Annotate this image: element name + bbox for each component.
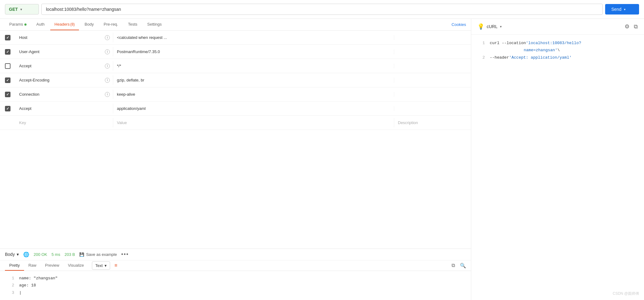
curl-label: cURL bbox=[487, 24, 497, 29]
header-desc-0 bbox=[394, 35, 471, 40]
body-chevron-icon: ▾ bbox=[17, 252, 19, 257]
main-content: Params Auth Headers(8) Body Pre-req. Tes… bbox=[0, 19, 644, 300]
save-icon: 💾 bbox=[79, 252, 84, 257]
globe-icon: 🌐 bbox=[23, 252, 29, 257]
header-value-3: gzip, deflate, br bbox=[113, 75, 394, 85]
header-checkbox-1[interactable] bbox=[5, 49, 10, 55]
tab-settings[interactable]: Settings bbox=[143, 19, 166, 30]
tab-headers[interactable]: Headers(8) bbox=[50, 19, 79, 30]
response-size: 203 B bbox=[64, 252, 75, 257]
cookies-link[interactable]: Cookies bbox=[452, 22, 466, 27]
response-body: 1name: "zhangsan"2age: 183 bbox=[0, 271, 471, 300]
response-line-1: 1name: "zhangsan" bbox=[5, 275, 466, 282]
response-time: 5 ms bbox=[52, 252, 60, 257]
tab-prereq[interactable]: Pre-req. bbox=[99, 19, 122, 30]
header-key-1: User-Agent bbox=[15, 47, 102, 56]
new-desc-input[interactable]: Description bbox=[394, 118, 471, 127]
table-row: Connectionikeep-alive bbox=[0, 87, 471, 102]
header-checkbox-4[interactable] bbox=[5, 92, 10, 97]
headers-table: Hosti<calculated when request ...User-Ag… bbox=[0, 31, 471, 248]
header-checkbox-0[interactable] bbox=[5, 35, 10, 40]
format-label: Text bbox=[95, 263, 103, 268]
curl-actions: ⚙ ⧉ bbox=[625, 23, 638, 30]
header-desc-1 bbox=[394, 49, 471, 54]
format-dropdown[interactable]: Text ▾ bbox=[92, 261, 110, 270]
send-chevron-icon: ▾ bbox=[624, 8, 625, 11]
header-value-4: keep-alive bbox=[113, 90, 394, 99]
response-line-3: 3 bbox=[5, 289, 466, 296]
curl-line-1b: name=zhangsan' \ bbox=[477, 47, 638, 54]
tab-params[interactable]: Params bbox=[5, 19, 31, 30]
resp-tab-preview[interactable]: Preview bbox=[41, 260, 64, 271]
info-icon-0[interactable]: i bbox=[105, 35, 110, 40]
table-row: Accept-Encodingigzip, deflate, br bbox=[0, 73, 471, 87]
format-chevron-icon: ▾ bbox=[105, 263, 107, 268]
search-response-icon[interactable]: 🔍 bbox=[460, 263, 466, 269]
right-panel: 💡 cURL ▾ ⚙ ⧉ 1 curl --location 'localhos… bbox=[471, 19, 644, 300]
view-tabs: Pretty Raw Preview Visualize bbox=[5, 260, 88, 271]
table-row: Acceptapplication/yaml bbox=[0, 102, 471, 116]
tab-tests[interactable]: Tests bbox=[124, 19, 142, 30]
save-example-button[interactable]: 💾 Save as example bbox=[79, 252, 117, 257]
curl-header: 💡 cURL ▾ ⚙ ⧉ bbox=[471, 19, 644, 35]
lightbulb-icon: 💡 bbox=[477, 23, 484, 30]
resp-tab-raw[interactable]: Raw bbox=[24, 260, 41, 271]
table-row: Hosti<calculated when request ... bbox=[0, 31, 471, 45]
method-label: GET bbox=[9, 7, 18, 12]
header-key-0: Host bbox=[15, 33, 102, 42]
curl-body: 1 curl --location 'localhost:10083/hello… bbox=[471, 35, 644, 66]
header-key-2: Accept bbox=[15, 61, 102, 71]
header-desc-2 bbox=[394, 64, 471, 69]
header-value-1: PostmanRuntime/7.35.0 bbox=[113, 47, 394, 56]
more-options-button[interactable]: ••• bbox=[121, 251, 129, 258]
tab-auth[interactable]: Auth bbox=[32, 19, 49, 30]
header-value-0: <calculated when request ... bbox=[113, 33, 394, 42]
resp-actions: ⧉ 🔍 bbox=[449, 263, 466, 269]
new-key-input[interactable]: Key bbox=[15, 118, 102, 127]
status-badge: 200 OK bbox=[34, 252, 47, 257]
info-icon-2[interactable]: i bbox=[105, 64, 110, 69]
left-panel: Params Auth Headers(8) Body Pre-req. Tes… bbox=[0, 19, 471, 300]
resp-tab-pretty[interactable]: Pretty bbox=[5, 260, 24, 271]
header-checkbox-3[interactable] bbox=[5, 77, 10, 83]
wrap-icon[interactable]: ≡ bbox=[114, 263, 117, 268]
response-section: Body ▾ 🌐 200 OK 5 ms 203 B 💾 Save as exa… bbox=[0, 248, 471, 300]
header-desc-4 bbox=[394, 92, 471, 97]
table-row: User-AgentiPostmanRuntime/7.35.0 bbox=[0, 45, 471, 59]
header-desc-3 bbox=[394, 78, 471, 83]
response-toolbar: Body ▾ 🌐 200 OK 5 ms 203 B 💾 Save as exa… bbox=[0, 249, 471, 260]
request-tabs: Params Auth Headers(8) Body Pre-req. Tes… bbox=[0, 19, 471, 31]
curl-chevron-icon: ▾ bbox=[500, 25, 502, 29]
copy-response-icon[interactable]: ⧉ bbox=[452, 263, 455, 268]
header-value-5: application/yaml bbox=[113, 104, 394, 113]
response-format-tabs: Pretty Raw Preview Visualize Text ▾ bbox=[0, 260, 471, 271]
header-key-4: Connection bbox=[15, 90, 102, 99]
copy-curl-icon[interactable]: ⧉ bbox=[634, 23, 638, 30]
body-dropdown[interactable]: Body ▾ bbox=[5, 252, 19, 257]
new-value-input[interactable]: Value bbox=[113, 118, 394, 127]
send-label: Send bbox=[611, 7, 621, 12]
gear-icon[interactable]: ⚙ bbox=[625, 23, 630, 30]
info-icon-1[interactable]: i bbox=[105, 49, 110, 54]
info-icon-3[interactable]: i bbox=[105, 78, 110, 83]
tab-body[interactable]: Body bbox=[80, 19, 98, 30]
resp-tab-visualize[interactable]: Visualize bbox=[64, 260, 88, 271]
method-dropdown[interactable]: GET ▾ bbox=[5, 4, 39, 15]
header-checkbox-2[interactable] bbox=[5, 63, 10, 69]
watermark: CSDN @圆师傅 bbox=[613, 291, 639, 296]
response-line-2: 2age: 18 bbox=[5, 282, 466, 289]
body-label: Body bbox=[5, 252, 15, 257]
params-dot bbox=[24, 23, 27, 26]
send-button[interactable]: Send ▾ bbox=[605, 4, 639, 15]
table-row: Accepti*/* bbox=[0, 59, 471, 73]
request-bar: GET ▾ Send ▾ bbox=[0, 0, 644, 19]
new-header-row: Key Value Description bbox=[0, 116, 471, 130]
header-checkbox-5[interactable] bbox=[5, 106, 10, 111]
header-desc-5 bbox=[394, 106, 471, 111]
header-value-2: */* bbox=[113, 61, 394, 71]
method-chevron-icon: ▾ bbox=[20, 8, 22, 11]
url-input[interactable] bbox=[41, 4, 603, 15]
headers-badge: (8) bbox=[70, 22, 75, 27]
info-icon-4[interactable]: i bbox=[105, 92, 110, 97]
curl-line-2: 2 --header 'Accept: application/yaml' bbox=[477, 54, 638, 61]
